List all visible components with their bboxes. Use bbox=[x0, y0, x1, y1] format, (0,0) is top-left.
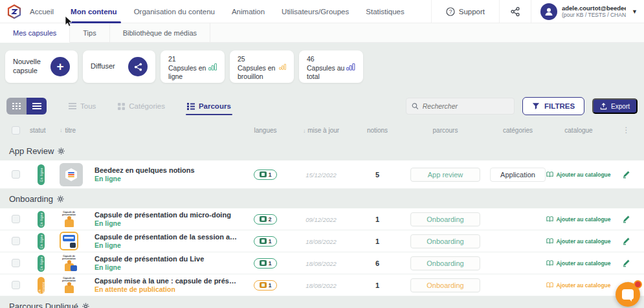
table-row: En attente Capsule de présentation Capsu… bbox=[0, 274, 644, 296]
stat-capsules-en-ligne[interactable]: 21 Capsules en ligne bbox=[161, 50, 225, 83]
nav-mon-contenu[interactable]: Mon contenu bbox=[71, 1, 117, 22]
capsule-thumbnail[interactable]: Capsule de présentation bbox=[60, 210, 78, 228]
categories-grid-icon bbox=[118, 103, 125, 110]
stat-draft-label: Capsules en brouillon bbox=[238, 64, 275, 81]
columns-menu-icon[interactable]: ⋮ bbox=[623, 126, 630, 135]
user-menu[interactable]: adele.courtot@beedeez.com (pour KB / TES… bbox=[531, 0, 644, 23]
export-label: Export bbox=[611, 103, 630, 110]
tab-bibliotheque-de-medias[interactable]: Bibliothèque de médias bbox=[110, 23, 210, 43]
section-settings-gear-icon[interactable] bbox=[57, 195, 64, 203]
languages-pill[interactable]: 2 bbox=[254, 214, 278, 225]
sort-maj-icon[interactable]: ↓ bbox=[303, 127, 306, 134]
plus-icon[interactable]: + bbox=[50, 57, 70, 76]
table-row: En ligne Beedeez en quelques notions En … bbox=[0, 160, 644, 189]
categorie-pill[interactable]: Application bbox=[490, 168, 546, 182]
row-checkbox[interactable] bbox=[12, 237, 20, 245]
share-nodes-icon bbox=[510, 6, 520, 17]
sort-titre-icon[interactable]: ↓ bbox=[60, 127, 63, 133]
status-badge: En ligne bbox=[38, 233, 45, 250]
row-checkbox[interactable] bbox=[12, 281, 20, 289]
nouvelle-capsule-button[interactable]: Nouvelle capsule + bbox=[5, 50, 78, 83]
filtres-button[interactable]: FILTRES bbox=[522, 97, 584, 115]
stat-total-text: 46 Capsules au total bbox=[307, 55, 346, 82]
nav-animation[interactable]: Animation bbox=[232, 1, 265, 22]
updated-date: 18/08/2022 bbox=[305, 282, 337, 289]
header-parcours: parcours bbox=[404, 127, 487, 134]
languages-pill[interactable]: 1 bbox=[254, 170, 278, 180]
capsule-title[interactable]: Beedeez en quelques notions bbox=[94, 166, 239, 174]
capsule-status: En attente de publication bbox=[94, 285, 239, 293]
parcours-pill[interactable]: Onboarding bbox=[410, 256, 480, 270]
edit-pencil-icon[interactable] bbox=[622, 259, 630, 267]
chat-bubble-icon bbox=[622, 289, 634, 300]
nav-statistiques[interactable]: Statistiques bbox=[366, 1, 404, 22]
view-toggle bbox=[6, 98, 47, 115]
main-nav: Accueil Mon contenu Organisation du cont… bbox=[30, 1, 405, 22]
filter-parcours[interactable]: Parcours bbox=[186, 98, 232, 114]
nav-utilisateurs-groupes[interactable]: Utilisateurs/Groupes bbox=[282, 1, 349, 22]
section-parcours-duplique-title: Parcours Dupliqué bbox=[9, 302, 78, 308]
book-icon bbox=[546, 238, 553, 244]
select-all-checkbox[interactable] bbox=[12, 126, 20, 135]
parcours-pill[interactable]: Onboarding bbox=[410, 278, 480, 292]
capsule-title[interactable]: Capsule de présentation du micro-doing bbox=[94, 211, 239, 219]
edit-pencil-icon[interactable] bbox=[622, 237, 630, 245]
add-to-catalogue-link[interactable]: Ajouter au catalogue bbox=[546, 216, 610, 223]
notions-count: 6 bbox=[375, 259, 379, 267]
languages-pill[interactable]: 1 bbox=[254, 236, 278, 247]
help-icon: ? bbox=[446, 7, 455, 16]
diffuser-button[interactable]: Diffuser bbox=[83, 50, 155, 83]
export-button[interactable]: Export bbox=[592, 98, 638, 114]
languages-pill[interactable]: 1 bbox=[254, 280, 278, 291]
nouvelle-capsule-label: Nouvelle capsule bbox=[13, 58, 50, 76]
capsule-title[interactable]: Capsule de présentation de la session av… bbox=[94, 233, 239, 241]
table-header: statut ↓ titre langues ↓ mise à jour not… bbox=[0, 122, 644, 141]
share-icon[interactable] bbox=[128, 57, 148, 76]
org-switcher-button[interactable] bbox=[499, 0, 531, 23]
capsule-thumbnail[interactable]: Capsule de présentation bbox=[60, 276, 78, 294]
stat-capsules-au-total[interactable]: 46 Capsules au total bbox=[299, 50, 363, 83]
nav-accueil[interactable]: Accueil bbox=[30, 1, 54, 22]
parcours-pill[interactable]: App review bbox=[410, 168, 480, 182]
add-to-catalogue-link[interactable]: Ajouter au catalogue bbox=[546, 171, 610, 178]
parcours-pill[interactable]: Onboarding bbox=[410, 212, 480, 226]
add-to-catalogue-link[interactable]: Ajouter au catalogue bbox=[546, 238, 610, 245]
nav-organisation-du-contenu[interactable]: Organisation du contenu bbox=[134, 1, 215, 22]
filter-categories-label: Catégories bbox=[129, 102, 165, 110]
table-row: En ligne Capsule de présentation de la s… bbox=[0, 230, 644, 252]
capsule-thumbnail[interactable]: Capsule de présentation bbox=[60, 254, 78, 272]
search-input[interactable] bbox=[423, 102, 509, 110]
chevron-down-icon[interactable]: ▼ bbox=[632, 8, 638, 15]
tab-tips[interactable]: Tips bbox=[70, 23, 109, 43]
parcours-pill[interactable]: Onboarding bbox=[410, 234, 480, 248]
row-checkbox[interactable] bbox=[12, 170, 20, 179]
capsule-thumbnail[interactable] bbox=[60, 163, 83, 186]
capsule-status: En ligne bbox=[94, 219, 239, 227]
list-view-button[interactable] bbox=[27, 98, 47, 115]
filter-tous[interactable]: Tous bbox=[67, 98, 97, 114]
grid-view-button[interactable] bbox=[6, 98, 27, 115]
capsule-title[interactable]: Capsule mise à la une : capsule de prése… bbox=[94, 277, 239, 285]
edit-pencil-icon[interactable] bbox=[622, 170, 630, 179]
add-to-catalogue-link[interactable]: Ajouter au catalogue bbox=[546, 282, 610, 289]
add-to-catalogue-link[interactable]: Ajouter au catalogue bbox=[546, 260, 610, 267]
section-settings-gear-icon[interactable] bbox=[58, 148, 65, 155]
header-langues: langues bbox=[239, 127, 291, 134]
capsule-title[interactable]: Capsule de présentation du Live bbox=[94, 255, 239, 263]
section-settings-gear-icon[interactable] bbox=[82, 303, 89, 308]
language-flag-icon bbox=[260, 260, 267, 266]
support-button[interactable]: ? Support bbox=[431, 0, 499, 23]
stat-capsules-en-brouillon[interactable]: 25 Capsules en brouillon bbox=[230, 50, 294, 83]
languages-pill[interactable]: 1 bbox=[254, 258, 278, 269]
header-titre: ↓ titre bbox=[60, 127, 239, 134]
capsule-thumbnail[interactable] bbox=[60, 232, 78, 250]
filter-categories[interactable]: Catégories bbox=[117, 98, 166, 114]
tab-mes-capsules[interactable]: Mes capsules bbox=[0, 23, 70, 43]
language-flag-icon bbox=[260, 282, 267, 288]
chat-launcher-button[interactable] bbox=[616, 282, 640, 307]
row-checkbox[interactable] bbox=[12, 259, 20, 267]
edit-pencil-icon[interactable] bbox=[622, 215, 630, 223]
beedeez-logo-icon[interactable] bbox=[6, 4, 22, 19]
cards-row: Nouvelle capsule + Diffuser 21 Capsules … bbox=[0, 43, 644, 89]
row-checkbox[interactable] bbox=[12, 215, 20, 223]
